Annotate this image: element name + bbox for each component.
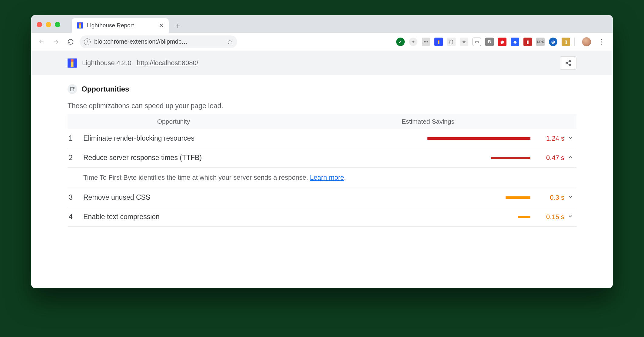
chevron-up-icon[interactable] [564, 154, 576, 162]
extension-icon[interactable]: ▮ [523, 38, 532, 46]
extension-icon[interactable]: { } [447, 38, 456, 46]
window-maximize-button[interactable] [55, 22, 60, 27]
chevron-down-icon[interactable] [564, 193, 576, 202]
address-bar[interactable]: i blob:chrome-extension://blipmdc… ☆ [80, 35, 237, 48]
tested-url-link[interactable]: http://localhost:8080/ [137, 59, 198, 67]
opportunity-name: Enable text compression [83, 213, 283, 221]
detail-text: Time To First Byte identifies the time a… [83, 174, 310, 181]
savings-bar [491, 157, 530, 159]
separator [574, 38, 575, 46]
extension-icon[interactable]: ▯ [562, 38, 570, 46]
omnibox-url: blob:chrome-extension://blipmdc… [94, 38, 223, 45]
section-subtitle: These optimizations can speed up your pa… [68, 102, 576, 110]
lighthouse-logo-icon [68, 58, 77, 68]
savings-bar [427, 137, 530, 140]
opportunity-row[interactable]: 3Remove unused CSS0.3 s [68, 188, 576, 207]
tab-strip: Lighthouse Report ✕ ＋ [31, 15, 613, 33]
browser-toolbar: i blob:chrome-extension://blipmdc… ☆ ✓ ✦… [31, 33, 613, 51]
new-tab-button[interactable]: ＋ [172, 19, 184, 32]
bookmark-star-icon[interactable]: ☆ [227, 38, 233, 46]
extension-icon[interactable]: ✓ [396, 38, 405, 46]
lighthouse-favicon [77, 22, 83, 29]
savings-bar [506, 196, 530, 199]
section-title: Opportunities [81, 85, 129, 93]
extension-icon[interactable]: ••• [422, 38, 430, 46]
svg-rect-11 [71, 87, 74, 91]
extension-icon[interactable]: ◎ [549, 38, 557, 46]
svg-rect-4 [438, 41, 440, 44]
savings-bar-area [283, 216, 534, 218]
report-content: Opportunities These optimizations can sp… [31, 75, 613, 227]
savings-value: 0.3 s [534, 194, 564, 202]
chevron-down-icon[interactable] [564, 134, 576, 142]
profile-avatar[interactable] [582, 37, 591, 46]
svg-rect-3 [438, 40, 440, 41]
opportunity-row[interactable]: 1Eliminate render-blocking resources1.24… [68, 129, 576, 148]
chrome-menu-icon[interactable]: ⋮ [595, 38, 608, 46]
col-header-opportunity: Opportunity [68, 118, 280, 125]
lighthouse-version: Lighthouse 4.2.0 [82, 59, 131, 67]
window-close-button[interactable] [37, 22, 42, 27]
svg-rect-6 [71, 59, 74, 62]
share-button[interactable] [560, 56, 576, 70]
col-header-savings: Estimated Savings [280, 118, 576, 125]
extension-icon[interactable]: B [485, 38, 494, 46]
extension-icon[interactable]: ◉ [498, 38, 506, 46]
extension-icon[interactable]: ✦ [409, 38, 417, 46]
forward-button[interactable] [51, 36, 61, 47]
savings-value: 1.24 s [534, 135, 564, 142]
opportunities-list: 1Eliminate render-blocking resources1.24… [68, 129, 576, 227]
opportunity-row[interactable]: 4Enable text compression0.15 s [68, 207, 576, 227]
opportunity-name: Reduce server response times (TTFB) [83, 154, 283, 162]
opportunity-index: 4 [68, 213, 83, 221]
site-info-icon[interactable]: i [84, 38, 91, 45]
browser-window: Lighthouse Report ✕ ＋ i blob:chrome-exte… [31, 15, 613, 288]
opportunities-table-header: Opportunity Estimated Savings [68, 114, 576, 129]
opportunity-row[interactable]: 2Reduce server response times (TTFB)0.47… [68, 148, 576, 168]
svg-rect-7 [71, 62, 74, 67]
svg-rect-1 [79, 23, 81, 25]
window-minimize-button[interactable] [46, 22, 51, 27]
extension-icon[interactable]: CRX [536, 38, 545, 46]
opportunity-name: Remove unused CSS [83, 193, 283, 202]
opportunities-icon [68, 84, 77, 94]
savings-bar-area [283, 157, 534, 159]
opportunity-index: 1 [68, 134, 83, 142]
opportunity-index: 3 [68, 193, 83, 202]
opportunity-name: Eliminate render-blocking resources [83, 134, 283, 142]
savings-bar [518, 216, 530, 218]
savings-value: 0.47 s [534, 154, 564, 162]
svg-rect-2 [79, 25, 81, 28]
chevron-down-icon[interactable] [564, 213, 576, 221]
back-button[interactable] [36, 36, 47, 47]
savings-bar-area [283, 196, 534, 199]
browser-tab-active[interactable]: Lighthouse Report ✕ [72, 18, 169, 33]
tab-title: Lighthouse Report [87, 22, 155, 29]
savings-value: 0.15 s [534, 213, 564, 221]
extension-icon[interactable]: ▭ [473, 38, 481, 46]
reload-button[interactable] [65, 36, 76, 47]
opportunities-heading: Opportunities [68, 84, 576, 94]
extension-icons: ✓ ✦ ••• { } ❋ ▭ B ◉ ◆ ▮ CRX ◎ ▯ ⋮ [396, 37, 608, 46]
extension-icon[interactable]: ◆ [511, 38, 519, 46]
window-controls [37, 22, 60, 27]
opportunity-detail: Time To First Byte identifies the time a… [68, 168, 576, 188]
learn-more-link[interactable]: Learn more [310, 174, 344, 181]
savings-bar-area [283, 137, 534, 140]
tab-close-icon[interactable]: ✕ [159, 22, 164, 29]
lighthouse-extension-icon[interactable] [434, 38, 443, 46]
opportunity-index: 2 [68, 154, 83, 162]
lighthouse-header: Lighthouse 4.2.0 http://localhost:8080/ [31, 51, 613, 75]
extension-icon[interactable]: ❋ [460, 38, 468, 46]
